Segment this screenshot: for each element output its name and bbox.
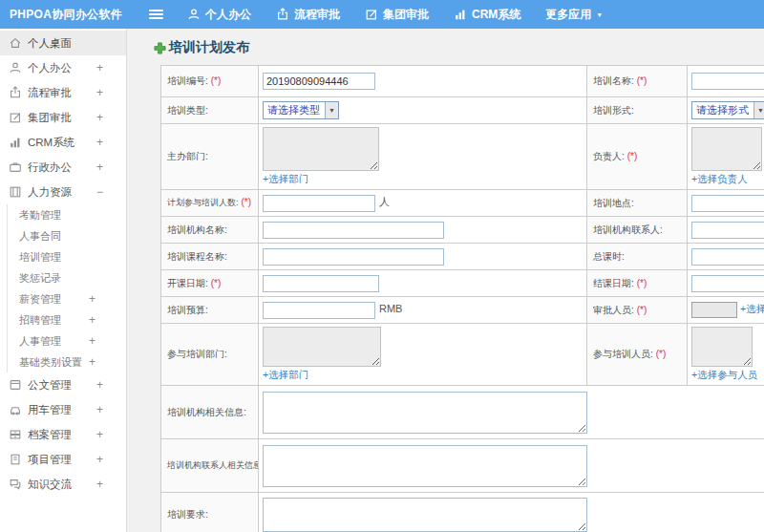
row-host-dept: 主办部门: +选择部门 负责人:(*) +选择负责人 [161,124,764,190]
budget-input[interactable] [263,302,375,319]
expand-icon[interactable]: + [96,453,103,466]
org-name-label: 培训机构名称: [161,217,259,244]
row-course-name: 培训课程名称: 总课时: [161,244,764,270]
select-approver-link[interactable]: +选择审批人员 [740,303,764,314]
sidebar-item-base-category[interactable]: 基础类别设置+ [8,351,126,372]
org-contact-info-label: 培训机构联系人相关信息: [161,439,259,493]
sidebar-item-recruit-mgmt[interactable]: 招聘管理+ [8,309,126,330]
sidebar-item-attendance[interactable]: 考勤管理 [8,204,126,225]
org-name-input[interactable] [263,222,444,239]
sidebar-item-hr[interactable]: 人力资源 − [0,180,126,204]
end-date-label: 结课日期:(*) [587,270,688,297]
sidebar-item-document-mgmt[interactable]: 公文管理 + [0,372,126,397]
expand-icon[interactable]: + [89,292,96,306]
sidebar-item-knowledge[interactable]: 知识交流 + [0,472,126,497]
sidebar-item-process-approval[interactable]: 流程审批 + [0,80,126,105]
person-icon [8,61,22,75]
participant-count-input[interactable] [263,195,375,212]
training-form-select[interactable]: 请选择形式▼ [691,101,764,119]
org-contact-info-textarea[interactable] [263,445,587,487]
training-requirements-textarea[interactable] [263,498,587,532]
training-form-label: 培训形式: [587,97,688,124]
participants-picker[interactable] [691,327,753,367]
host-dept-label: 主办部门: [161,124,259,190]
sidebar-item-vehicle-mgmt[interactable]: 用车管理 + [0,397,126,422]
expand-icon[interactable]: + [96,403,103,416]
host-dept-picker[interactable] [263,127,379,171]
page-title: 培训计划发布 [154,39,764,56]
expand-icon[interactable]: + [96,160,103,174]
process-icon [8,86,22,100]
row-training-requirements: 培训要求: [161,493,764,532]
expand-icon[interactable]: + [96,428,103,441]
notebook-icon [8,453,22,467]
training-place-input[interactable] [691,195,764,212]
select-participants-link[interactable]: +选择参与人员 [691,369,757,380]
training-name-input[interactable] [691,73,764,90]
menu-toggle-icon[interactable] [149,8,164,21]
total-hours-input[interactable] [691,248,764,266]
leader-picker[interactable] [691,127,762,171]
training-type-select[interactable]: 请选择类型▼ [263,101,339,119]
course-name-input[interactable] [263,248,444,266]
approver-picker-input[interactable] [691,302,737,318]
expand-icon[interactable]: + [96,136,103,149]
select-dept-link[interactable]: +选择部门 [263,173,308,184]
expand-icon[interactable]: + [96,378,103,392]
process-icon [276,8,289,21]
edit-icon [8,111,22,125]
expand-icon[interactable]: + [89,313,96,327]
collapse-icon[interactable]: − [96,185,103,199]
end-date-input[interactable] [691,275,764,292]
expand-icon[interactable]: + [89,334,96,348]
plus-icon [154,42,166,54]
org-contact-label: 培训机构联系人: [587,217,688,244]
row-training-type: 培训类型: 请选择类型▼ 培训形式: 请选择形式▼ [161,97,764,124]
topbar-nav: 个人办公 流程审批 集团审批 CRM系统 更多应用 ▼ [187,7,627,23]
org-contact-input[interactable] [691,222,764,239]
org-info-textarea[interactable] [263,392,587,434]
app-logo: PHPOA协同办公软件 [0,7,134,23]
training-requirements-label: 培训要求: [161,493,259,532]
car-icon [8,403,22,417]
row-participating: 参与培训部门: +选择部门 参与培训人员:(*) +选择参与人员 [161,324,764,386]
sidebar-item-admin-office[interactable]: 行政办公 + [0,155,126,180]
expand-icon[interactable]: + [96,478,103,491]
sidebar-item-training-mgmt[interactable]: 培训管理 [8,246,126,267]
sidebar-item-personal-office[interactable]: 个人办公 + [0,55,126,80]
sidebar-item-project-mgmt[interactable]: 项目管理 + [0,447,126,472]
participating-depts-picker[interactable] [263,327,381,367]
select-dept-link[interactable]: +选择部门 [263,369,308,380]
approver-label: 审批人员:(*) [587,297,688,324]
nav-personal-office[interactable]: 个人办公 [187,7,251,23]
row-org-contact-info: 培训机构联系人相关信息: [161,439,764,493]
sidebar-item-crm[interactable]: CRM系统 + [0,130,126,155]
nav-process-approval[interactable]: 流程审批 [276,7,340,23]
training-place-label: 培训地点: [587,190,688,217]
topbar: PHPOA协同办公软件 个人办公 流程审批 集团审批 CRM系统 更多应用 ▼ [0,0,764,29]
sidebar-item-hr-contract[interactable]: 人事合同 [8,225,126,246]
leader-label: 负责人:(*) [587,124,688,190]
sidebar-item-archive-mgmt[interactable]: 档案管理 + [0,422,126,447]
sidebar-item-group-approval[interactable]: 集团审批 + [0,105,126,130]
expand-icon[interactable]: + [96,61,103,74]
sidebar-submenu-hr: 考勤管理 人事合同 培训管理 奖惩记录 薪资管理+ 招聘管理+ 人事管理+ 基础… [7,204,126,372]
sidebar-item-personnel-mgmt[interactable]: 人事管理+ [8,330,126,351]
sidebar-item-desktop[interactable]: 个人桌面 [0,31,126,55]
expand-icon[interactable]: + [96,111,103,124]
dropdown-arrow-icon: ▼ [753,102,764,118]
training-name-label: 培训名称:(*) [587,66,688,97]
expand-icon[interactable]: + [96,86,103,99]
training-no-input[interactable] [263,73,375,90]
sidebar-item-salary-mgmt[interactable]: 薪资管理+ [8,288,126,309]
select-leader-link[interactable]: +选择负责人 [691,173,748,184]
training-no-label: 培训编号:(*) [161,66,259,97]
sidebar: 个人桌面 个人办公 + 流程审批 + 集团审批 + CRM系统 + 行政办公 +… [0,29,127,532]
sidebar-item-reward-record[interactable]: 奖惩记录 [8,267,126,288]
nav-group-approval[interactable]: 集团审批 [365,7,429,23]
start-date-input[interactable] [263,275,379,292]
expand-icon[interactable]: + [89,355,96,369]
nav-more-apps[interactable]: 更多应用 ▼ [545,7,603,23]
nav-crm-system[interactable]: CRM系统 [454,7,520,23]
home-icon [8,36,22,51]
